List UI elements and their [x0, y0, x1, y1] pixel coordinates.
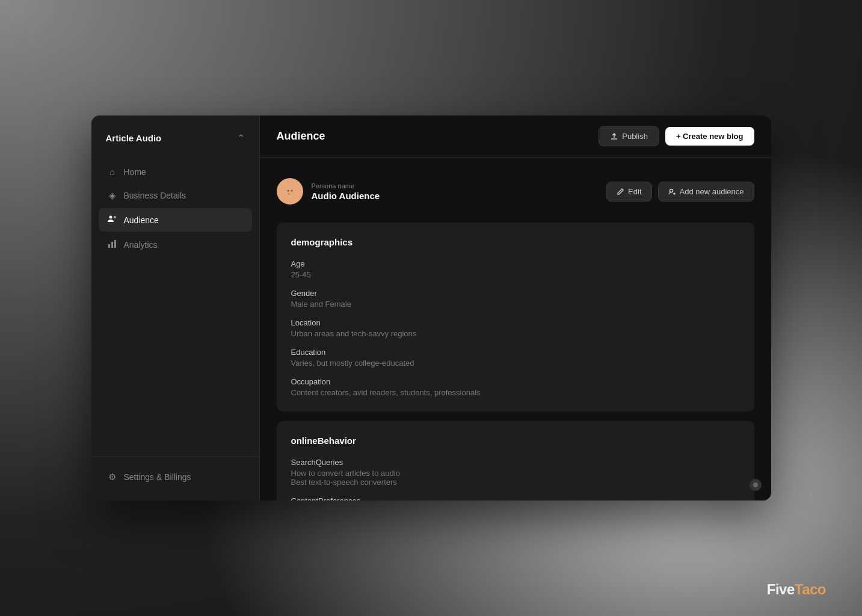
search-query-2: Best text-to-speech converters	[291, 478, 740, 487]
persona-actions: Edit Add new audience	[606, 182, 754, 202]
location-label: Location	[291, 318, 740, 327]
education-field: Education Varies, but mostly college-edu…	[291, 348, 740, 368]
occupation-value: Content creators, avid readers, students…	[291, 388, 740, 397]
sidebar-item-settings[interactable]: ⚙ Settings & Billings	[99, 466, 252, 488]
gender-label: Gender	[291, 289, 740, 298]
publish-icon	[610, 132, 618, 141]
sidebar-item-audience[interactable]: Audience	[99, 208, 252, 232]
edit-button[interactable]: Edit	[606, 182, 651, 202]
add-new-audience-button[interactable]: Add new audience	[658, 182, 754, 202]
demographics-title: demographics	[291, 237, 740, 247]
occupation-label: Occupation	[291, 377, 740, 386]
persona-name: Audio Audience	[312, 191, 380, 201]
sidebar-item-home-label: Home	[124, 167, 146, 177]
topbar: Audience Publish + Create new blog	[260, 116, 771, 158]
sidebar-item-business-details[interactable]: ◈ Business Details	[99, 184, 252, 207]
gender-value: Male and Female	[291, 300, 740, 309]
persona-card: Persona name Audio Audience Edit	[277, 170, 754, 213]
add-audience-icon	[668, 188, 676, 196]
svg-point-5	[282, 183, 298, 200]
demographics-section: demographics Age 25-45 Gender Male and F…	[277, 223, 754, 411]
create-new-blog-button[interactable]: + Create new blog	[665, 127, 754, 146]
persona-info: Persona name Audio Audience	[312, 182, 380, 201]
avatar	[277, 178, 303, 205]
publish-button[interactable]: Publish	[599, 126, 659, 146]
search-query-1: How to convert articles to audio	[291, 469, 740, 478]
search-queries-field: SearchQueries How to convert articles to…	[291, 458, 740, 487]
svg-point-7	[291, 190, 292, 192]
location-field: Location Urban areas and tech-savvy regi…	[291, 318, 740, 338]
svg-rect-3	[111, 242, 113, 248]
scroll-indicator	[750, 479, 762, 491]
sidebar-item-audience-label: Audience	[124, 215, 159, 225]
education-value: Varies, but mostly college-educated	[291, 359, 740, 368]
persona-left: Persona name Audio Audience	[277, 178, 380, 205]
sidebar-item-analytics[interactable]: Analytics	[99, 233, 252, 256]
occupation-field: Occupation Content creators, avid reader…	[291, 377, 740, 397]
sidebar-nav: ⌂ Home ◈ Business Details Audience	[91, 161, 259, 457]
home-icon: ⌂	[107, 167, 118, 177]
app-window: Article Audio ⌃ ⌂ Home ◈ Business Detail…	[91, 116, 771, 500]
education-label: Education	[291, 348, 740, 357]
sidebar-chevron-icon: ⌃	[237, 132, 245, 144]
sidebar: Article Audio ⌃ ⌂ Home ◈ Business Detail…	[91, 116, 260, 500]
gender-field: Gender Male and Female	[291, 289, 740, 309]
sidebar-item-home[interactable]: ⌂ Home	[99, 161, 252, 183]
persona-label: Persona name	[312, 182, 380, 189]
analytics-icon	[107, 239, 118, 250]
svg-point-0	[109, 216, 112, 219]
svg-rect-4	[114, 240, 116, 248]
svg-point-6	[287, 190, 289, 192]
svg-point-9	[753, 482, 758, 487]
sidebar-footer: ⚙ Settings & Billings	[91, 457, 259, 488]
business-icon: ◈	[107, 190, 118, 201]
page-title: Audience	[277, 130, 325, 143]
sidebar-item-settings-label: Settings & Billings	[124, 472, 191, 482]
svg-rect-2	[108, 244, 110, 248]
topbar-actions: Publish + Create new blog	[599, 126, 754, 146]
search-queries-label: SearchQueries	[291, 458, 740, 467]
age-field: Age 25-45	[291, 259, 740, 279]
age-value: 25-45	[291, 270, 740, 279]
branding: FiveTaco	[767, 581, 826, 598]
avatar-face-icon	[282, 183, 298, 200]
online-behavior-section: onlineBehavior SearchQueries How to conv…	[277, 421, 754, 500]
svg-point-1	[114, 216, 116, 218]
online-behavior-title: onlineBehavior	[291, 436, 740, 446]
content-preferences-field: ContentPreferences	[291, 496, 740, 500]
content-area: Persona name Audio Audience Edit	[260, 158, 771, 500]
edit-icon	[617, 188, 624, 196]
sidebar-item-analytics-label: Analytics	[124, 240, 158, 250]
age-label: Age	[291, 259, 740, 268]
location-value: Urban areas and tech-savvy regions	[291, 329, 740, 338]
sidebar-header: Article Audio ⌃	[91, 132, 259, 161]
settings-icon: ⚙	[107, 472, 118, 482]
main-content: Audience Publish + Create new blog	[260, 116, 771, 500]
sidebar-title: Article Audio	[106, 133, 162, 143]
sidebar-item-business-label: Business Details	[124, 191, 186, 200]
scroll-dot-icon	[753, 482, 759, 488]
content-preferences-label: ContentPreferences	[291, 496, 740, 500]
audience-icon	[107, 214, 118, 226]
